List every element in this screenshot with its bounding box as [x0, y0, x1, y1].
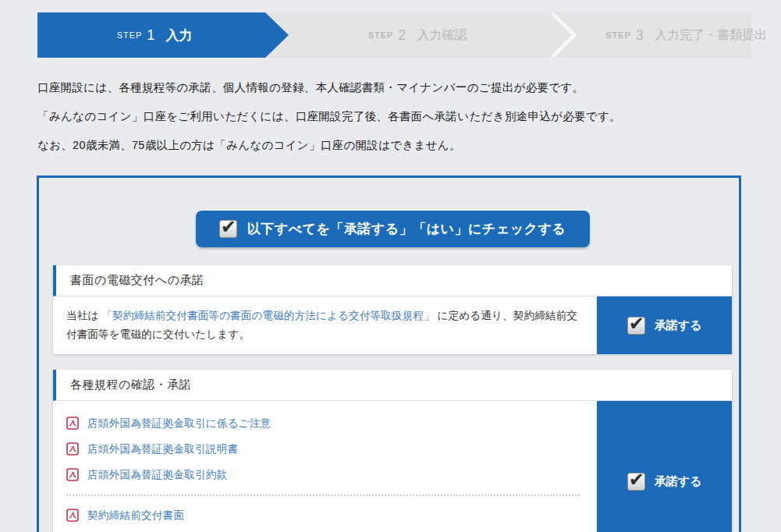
dotted-divider	[66, 495, 580, 496]
step-indicator: STEP1 入力 STEP2 入力確認 STEP3 入力完了・書類提出	[37, 12, 751, 58]
accept-label: 承諾する	[655, 318, 702, 333]
pdf-link-label: 契約締結前交付書面	[87, 509, 184, 523]
section-electronic-delivery: 書面の電磁交付への承諾 当社は 「契約締結前交付書面等の書面の電磁的方法による交…	[53, 265, 732, 354]
check-all-checkbox checked-checkbox-icon[interactable]	[219, 220, 237, 238]
pdf-link-label: 店頭外国為替証拠金取引説明書	[87, 442, 238, 456]
section-rules-confirmation: 各種規程の確認・承諾 店頭外国為替証拠金取引に係るご注意 店頭外国為替証拠金取引…	[53, 370, 732, 532]
section-electronic-delivery-title: 書面の電磁交付への承諾	[53, 265, 732, 296]
pdf-link-label: 店頭外国為替証拠金取引約款	[87, 468, 227, 482]
step-1-label: 入力	[165, 27, 192, 44]
accept-button-rules-confirmation[interactable]: 承諾する	[597, 401, 732, 532]
agreement-text-prefix: 当社は	[66, 310, 101, 321]
chevron-right-icon	[546, 12, 580, 58]
intro-line-3: なお、20歳未満、75歳以上の方は「みんなのコイン」口座の開設はできません。	[37, 131, 781, 160]
pdf-file-icon	[66, 417, 79, 430]
check-all-button[interactable]: 以下すべてを「承諾する」「はい」にチェックする	[196, 211, 590, 247]
accept-checkbox checked-checkbox-icon[interactable]	[627, 317, 645, 335]
step-3-prefix: STEP	[605, 30, 631, 40]
accept-button-electronic-delivery[interactable]: 承諾する	[597, 296, 732, 354]
step-2-label: 入力確認	[417, 27, 467, 44]
accept-label: 承諾する	[655, 474, 702, 489]
step-2-confirm: STEP2 入力確認	[289, 12, 546, 58]
step-2-number: 2	[398, 27, 406, 44]
agreement-form-container: 以下すべてを「承諾する」「はい」にチェックする 書面の電磁交付への承諾 当社は …	[37, 176, 741, 532]
section-electronic-delivery-body: 当社は 「契約締結前交付書面等の書面の電磁的方法による交付等取扱規程」 に定める…	[53, 296, 732, 354]
step-3-number: 3	[636, 27, 644, 44]
intro-text: 口座開設には、各種規程等の承諾、個人情報の登録、本人確認書類・マイナンバーのご提…	[37, 73, 781, 160]
pdf-file-icon	[66, 468, 79, 481]
step-2-prefix: STEP	[368, 30, 394, 40]
pdf-link-pre-contract-document[interactable]: 契約締結前交付書面	[66, 502, 580, 528]
pdf-file-icon	[66, 442, 79, 456]
section-rules-confirmation-body: 店頭外国為替証拠金取引に係るご注意 店頭外国為替証拠金取引説明書 店頭外国為替証…	[53, 401, 732, 532]
pdf-link-fx-terms[interactable]: 店頭外国為替証拠金取引約款	[66, 462, 580, 488]
section-rules-confirmation-title: 各種規程の確認・承諾	[53, 370, 732, 401]
pdf-link-label: 店頭外国為替証拠金取引に係るご注意	[87, 417, 272, 431]
regulation-document-link[interactable]: 「契約締結前交付書面等の書面の電磁的方法による交付等取扱規程」	[101, 310, 434, 321]
pdf-link-advisory-contract-document[interactable]: 投資顧問契約書兼契約締結時交付書面	[66, 528, 580, 532]
check-all-label: 以下すべてを「承諾する」「はい」にチェックする	[247, 220, 566, 238]
step-3-complete: STEP3 入力完了・書類提出	[584, 12, 781, 58]
intro-line-2: 「みんなのコイン」口座をご利用いただくには、口座開設完了後、各書面へ承諾いただき…	[37, 102, 781, 131]
intro-line-1: 口座開設には、各種規程等の承諾、個人情報の登録、本人確認書類・マイナンバーのご提…	[37, 73, 781, 102]
pdf-file-icon	[66, 509, 79, 522]
pdf-link-fx-caution[interactable]: 店頭外国為替証拠金取引に係るご注意	[66, 410, 580, 436]
step-1-prefix: STEP	[117, 30, 143, 40]
step-3-label: 入力完了・書類提出	[655, 27, 767, 44]
pdf-link-fx-explanation[interactable]: 店頭外国為替証拠金取引説明書	[66, 436, 580, 462]
step-1-number: 1	[147, 27, 154, 44]
accept-checkbox checked-checkbox-icon[interactable]	[627, 473, 645, 491]
step-1-input: STEP1 入力	[37, 12, 289, 58]
